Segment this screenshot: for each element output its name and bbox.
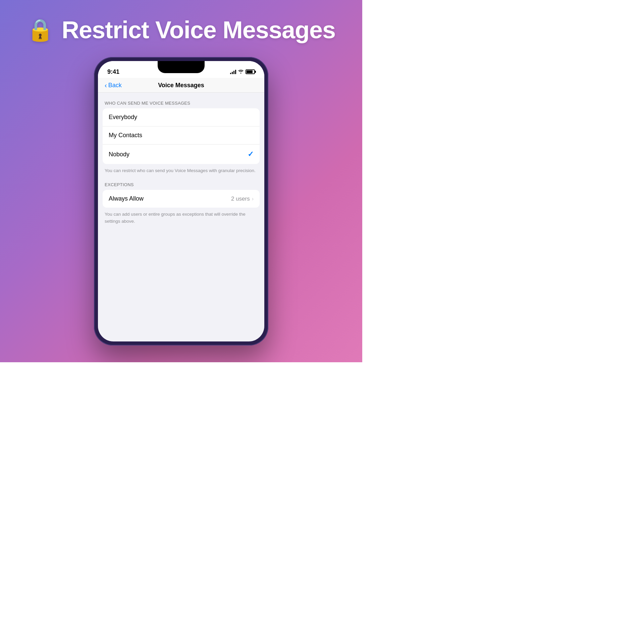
content-area: WHO CAN SEND ME VOICE MESSAGES Everybody…	[98, 93, 264, 338]
battery-icon	[246, 69, 255, 74]
phone-frame: 9:41	[94, 57, 268, 345]
exceptions-section: EXCEPTIONS Always Allow 2 users › You ca…	[98, 182, 264, 225]
back-button[interactable]: ‹ Back	[105, 82, 122, 89]
signal-icon	[230, 69, 236, 74]
who-can-send-header: WHO CAN SEND ME VOICE MESSAGES	[98, 101, 264, 108]
nobody-row[interactable]: Nobody ✓	[103, 145, 260, 164]
page-title: Restrict Voice Messages	[62, 16, 335, 44]
back-chevron-icon: ‹	[105, 82, 107, 89]
nav-title: Voice Messages	[158, 82, 204, 89]
always-allow-value-area: 2 users ›	[231, 196, 254, 202]
everybody-label: Everybody	[109, 114, 137, 121]
wifi-icon	[238, 69, 244, 74]
exceptions-group: Always Allow 2 users ›	[103, 190, 260, 208]
notch	[158, 61, 205, 73]
back-label: Back	[108, 82, 122, 89]
exceptions-footer: You can add users or entire groups as ex…	[98, 208, 264, 225]
everybody-row[interactable]: Everybody	[103, 108, 260, 126]
nav-bar: ‹ Back Voice Messages	[98, 78, 264, 93]
who-can-send-group: Everybody My Contacts Nobody ✓	[103, 108, 260, 164]
always-allow-value: 2 users	[231, 196, 250, 202]
exceptions-header: EXCEPTIONS	[98, 182, 264, 190]
chevron-right-icon: ›	[252, 196, 254, 202]
my-contacts-row[interactable]: My Contacts	[103, 126, 260, 145]
nobody-label: Nobody	[109, 151, 129, 158]
always-allow-label: Always Allow	[109, 195, 144, 202]
phone-screen: 9:41	[98, 61, 264, 341]
status-time: 9:41	[107, 68, 119, 75]
my-contacts-label: My Contacts	[109, 132, 142, 139]
who-can-send-footer: You can restrict who can send you Voice …	[98, 164, 264, 174]
background: 🔒 Restrict Voice Messages 9:41	[0, 0, 362, 362]
header-area: 🔒 Restrict Voice Messages	[27, 16, 335, 44]
status-icons	[230, 69, 255, 74]
checkmark-icon: ✓	[248, 150, 254, 159]
always-allow-row[interactable]: Always Allow 2 users ›	[103, 190, 260, 208]
lock-icon: 🔒	[27, 17, 54, 43]
who-can-send-section: WHO CAN SEND ME VOICE MESSAGES Everybody…	[98, 101, 264, 174]
